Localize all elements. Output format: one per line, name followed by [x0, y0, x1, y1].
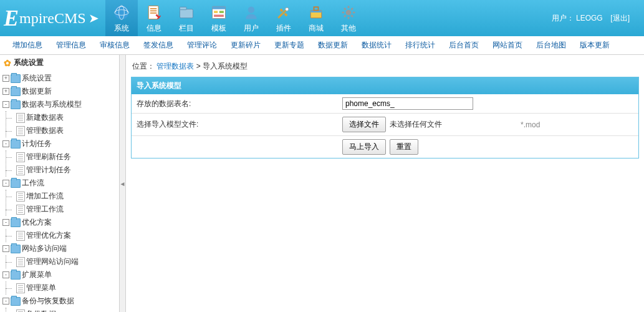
topnav-系统[interactable]: 系统 [105, 0, 138, 36]
subnav-签发信息[interactable]: 签发信息 [143, 40, 173, 51]
tree-node-备份与恢复数据[interactable]: -备份与恢复数据 [0, 295, 119, 308]
submit-button[interactable]: 马上导入 [342, 139, 386, 155]
tree-toggle-icon[interactable]: - [2, 219, 9, 226]
svg-rect-18 [314, 7, 318, 10]
tree-node-系统设置[interactable]: +系统设置 [0, 72, 119, 85]
file-icon [16, 205, 25, 215]
sidebar-title: ✿ 系统设置 [0, 55, 119, 71]
file-icon [16, 257, 25, 267]
choose-file-button[interactable]: 选择文件 [342, 117, 386, 132]
panel-body: 存放的数据表名: 选择导入模型文件: 选择文件 未选择任何文件 *.mod [132, 94, 638, 158]
main: 位置： 管理数据表 > 导入系统模型 导入系统模型 存放的数据表名: 选择导入模… [126, 55, 644, 312]
tree-node-计划任务[interactable]: -计划任务 [0, 137, 119, 150]
splitter[interactable]: ◄ [120, 55, 126, 312]
topnav-模板[interactable]: 模板 [203, 0, 235, 36]
file-icon [16, 231, 25, 241]
tree-leaf-管理菜单[interactable]: 管理菜单 [14, 281, 119, 295]
subnav-数据更新[interactable]: 数据更新 [318, 40, 348, 51]
tree-leaf-管理工作流[interactable]: 管理工作流 [14, 203, 119, 216]
subnav-数据统计[interactable]: 数据统计 [362, 40, 392, 51]
topnav-icon [339, 2, 358, 22]
topnav-栏目[interactable]: 栏目 [170, 0, 203, 36]
folder-icon [11, 271, 21, 280]
tree-node-网站多访问端[interactable]: -网站多访问端 [0, 242, 119, 255]
subnav-后台地图[interactable]: 后台地图 [536, 40, 566, 51]
subnav-管理评论[interactable]: 管理评论 [187, 40, 217, 51]
svg-rect-7 [180, 9, 193, 18]
subnav-增加信息[interactable]: 增加信息 [12, 40, 42, 51]
sub-nav: 增加信息管理信息审核信息签发信息管理评论更新碎片更新专题数据更新数据统计排行统计… [0, 36, 644, 55]
subnav-审核信息[interactable]: 审核信息 [100, 40, 130, 51]
topnav-插件[interactable]: 插件 [267, 0, 300, 36]
svg-rect-6 [150, 12, 157, 14]
tree-node-扩展菜单[interactable]: -扩展菜单 [0, 268, 119, 281]
user-box: 用户： LEOGG [退出] [552, 0, 644, 36]
subnav-后台首页[interactable]: 后台首页 [449, 40, 479, 51]
svg-rect-4 [150, 8, 157, 9]
tree-leaf-管理数据表[interactable]: 管理数据表 [14, 124, 119, 137]
subnav-网站首页[interactable]: 网站首页 [493, 40, 522, 51]
topnav-其他[interactable]: 其他 [332, 0, 365, 36]
folder-icon [11, 218, 21, 227]
subnav-版本更新[interactable]: 版本更新 [580, 40, 610, 51]
topnav-商城[interactable]: 商城 [300, 0, 332, 36]
tree-leaf-增加工作流[interactable]: 增加工作流 [14, 190, 119, 203]
logo: EmpireCMS➤ [0, 0, 105, 36]
folder-icon [11, 245, 21, 253]
logout-link[interactable]: [退出] [610, 13, 630, 24]
breadcrumb-link[interactable]: 管理数据表 [156, 62, 194, 71]
file-icon [16, 283, 25, 293]
tree-leaf-管理优化方案[interactable]: 管理优化方案 [14, 229, 119, 242]
topnav-icon [176, 2, 196, 22]
breadcrumb: 位置： 管理数据表 > 导入系统模型 [131, 59, 639, 74]
tree-toggle-icon[interactable]: - [2, 101, 9, 108]
tree-node-工作流[interactable]: -工作流 [0, 177, 119, 190]
svg-point-14 [248, 6, 254, 13]
tree-toggle-icon[interactable]: + [2, 88, 9, 95]
svg-rect-11 [214, 11, 218, 13]
subnav-更新碎片[interactable]: 更新碎片 [231, 40, 261, 51]
file-hint: *.mod [521, 120, 540, 129]
tree-toggle-icon[interactable]: - [2, 180, 9, 187]
tree-toggle-icon[interactable]: - [2, 245, 9, 252]
reset-button[interactable]: 重置 [390, 139, 418, 155]
topnav-信息[interactable]: 信息 [138, 0, 170, 36]
tree-node-数据更新[interactable]: +数据更新 [0, 85, 119, 98]
file-icon [16, 113, 25, 123]
subnav-排行统计[interactable]: 排行统计 [405, 40, 435, 51]
label-tablename: 存放的数据表名: [137, 99, 342, 109]
tree-leaf-管理刷新任务[interactable]: 管理刷新任务 [14, 150, 119, 163]
tree-toggle-icon[interactable]: + [2, 75, 9, 82]
tree-leaf-新建数据表[interactable]: 新建数据表 [14, 111, 119, 124]
layout: ✿ 系统设置 +系统设置+数据更新-数据表与系统模型新建数据表管理数据表-计划任… [0, 55, 644, 312]
svg-rect-5 [150, 11, 157, 12]
form-row-tablename: 存放的数据表名: [132, 94, 638, 114]
tree-leaf-备份数据[interactable]: 备份数据 [14, 308, 119, 312]
tree: +系统设置+数据更新-数据表与系统模型新建数据表管理数据表-计划任务管理刷新任务… [0, 71, 119, 312]
breadcrumb-current: 导入系统模型 [203, 62, 248, 71]
svg-rect-8 [180, 7, 186, 9]
tablename-input[interactable] [342, 97, 473, 110]
svg-point-19 [345, 10, 351, 16]
tree-toggle-icon[interactable]: - [2, 271, 9, 278]
tree-node-数据表与系统模型[interactable]: -数据表与系统模型 [0, 98, 119, 111]
panel: 导入系统模型 存放的数据表名: 选择导入模型文件: 选择文件 未选择任何文件 *… [131, 77, 639, 158]
topnav-icon [306, 2, 326, 22]
tree-toggle-icon[interactable]: - [2, 298, 9, 305]
tree-leaf-管理计划任务[interactable]: 管理计划任务 [14, 163, 119, 177]
topnav-label: 模板 [211, 23, 226, 34]
tree-node-优化方案[interactable]: -优化方案 [0, 216, 119, 229]
subnav-更新专题[interactable]: 更新专题 [274, 40, 304, 51]
topnav-icon [144, 2, 164, 22]
topnav-icon [274, 2, 294, 22]
svg-rect-12 [219, 11, 224, 13]
folder-icon [11, 140, 21, 149]
topnav-用户[interactable]: 用户 [235, 0, 267, 36]
tree-toggle-icon[interactable]: - [2, 140, 9, 147]
tree-leaf-管理网站访问端[interactable]: 管理网站访问端 [14, 255, 119, 268]
topnav-icon [209, 2, 229, 22]
top-nav: 系统信息栏目模板用户插件商城其他 [105, 0, 365, 36]
subnav-管理信息[interactable]: 管理信息 [56, 40, 86, 51]
user-name-link[interactable]: LEOGG [576, 14, 603, 22]
svg-point-15 [285, 7, 288, 11]
